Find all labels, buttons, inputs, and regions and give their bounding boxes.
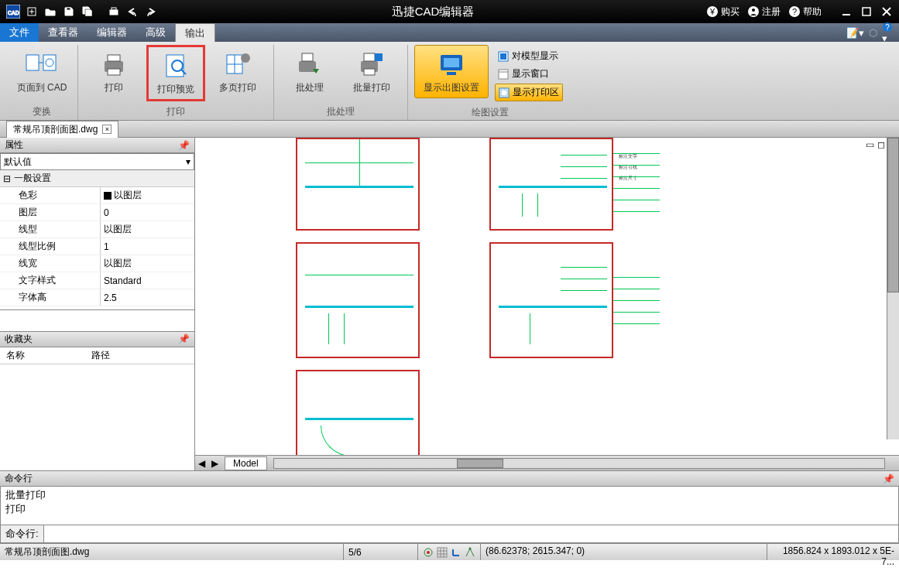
show-model-toggle[interactable]: 对模型显示	[495, 48, 563, 64]
ribbon-group-transform: 页面到 CAD 变换	[6, 45, 78, 120]
horizontal-scrollbar[interactable]	[273, 458, 885, 469]
help-button[interactable]: ?帮助	[788, 5, 822, 19]
favorites-header: 收藏夹 📌	[0, 332, 194, 347]
app-icon[interactable]: CAD	[5, 3, 22, 20]
svg-rect-38	[375, 53, 383, 61]
command-input[interactable]	[44, 525, 898, 542]
tab-scroll-left-icon[interactable]: ◀	[195, 458, 208, 469]
pin-icon[interactable]: 📌	[178, 140, 190, 151]
property-row[interactable]: 线型以图层	[0, 221, 194, 238]
menu-output[interactable]: 输出	[175, 23, 215, 42]
svg-rect-40	[444, 58, 459, 67]
osnap-icon[interactable]	[465, 547, 475, 558]
pin-icon[interactable]: 📌	[178, 333, 190, 344]
tab-scroll-right-icon[interactable]: ▶	[208, 458, 221, 469]
favorites-col-path[interactable]: 路径	[85, 347, 116, 364]
ortho-icon[interactable]	[451, 547, 462, 558]
new-icon[interactable]	[23, 3, 40, 20]
svg-rect-26	[166, 55, 184, 77]
show-print-area-toggle[interactable]: 显示打印区	[495, 84, 563, 101]
svg-rect-25	[108, 69, 120, 75]
favorites-col-name[interactable]: 名称	[0, 347, 85, 364]
register-button[interactable]: 注册	[747, 5, 781, 19]
print-button[interactable]: 打印	[84, 45, 143, 98]
svg-rect-24	[108, 55, 120, 61]
property-category[interactable]: ⊟一般设置	[0, 170, 194, 187]
batch-button[interactable]: 批处理	[280, 45, 339, 98]
svg-rect-21	[43, 55, 56, 70]
open-icon[interactable]	[42, 3, 59, 20]
close-button[interactable]	[879, 4, 894, 19]
favorites-columns: 名称 路径	[0, 347, 194, 364]
vertical-scrollbar[interactable]	[887, 138, 899, 439]
maximize-button[interactable]	[859, 4, 874, 19]
print-preview-button[interactable]: 打印预览	[146, 45, 205, 101]
batch-print-icon	[353, 49, 390, 80]
page-to-cad-button[interactable]: 页面到 CAD	[12, 45, 71, 98]
undo-icon[interactable]	[124, 3, 141, 20]
svg-text:?: ?	[885, 23, 890, 32]
save-all-icon[interactable]	[79, 3, 96, 20]
drawing-canvas[interactable]: ▭ ◻ ✕ 标注文字 标注引线 标注尺寸	[195, 138, 899, 455]
chevron-down-icon: ▾	[186, 156, 190, 167]
ribbon-help-icon[interactable]: ?▾	[882, 22, 893, 44]
command-log: 批量打印 打印	[0, 487, 899, 525]
ribbon-group-plot: 显示出图设置 对模型显示 显示窗口 显示打印区 绘图设置	[408, 45, 572, 120]
redo-icon[interactable]	[142, 3, 160, 20]
status-toggle-icons	[418, 544, 481, 560]
menu-file[interactable]: 文件	[0, 23, 39, 42]
svg-rect-5	[67, 8, 70, 10]
drawing-tile: 标注文字 标注引线 标注尺寸	[489, 138, 613, 231]
svg-rect-41	[447, 72, 456, 75]
svg-text:?: ?	[792, 7, 797, 16]
status-file: 常规吊顶剖面图.dwg	[0, 544, 344, 560]
svg-point-55	[469, 547, 472, 549]
canvas-min-icon[interactable]: ▭	[866, 139, 874, 150]
drawing-tile	[296, 242, 420, 358]
property-description	[0, 310, 194, 332]
file-tab[interactable]: 常规吊顶剖面图.dwg ×	[6, 121, 118, 138]
ribbon-options-icon[interactable]: 📝▾	[846, 27, 864, 39]
property-row[interactable]: 色彩以图层	[0, 187, 194, 204]
svg-rect-44	[499, 70, 508, 79]
ribbon-group-batch: 批处理 批量打印 批处理	[274, 45, 408, 120]
property-filter-dropdown[interactable]: 默认值 ▾	[0, 153, 194, 170]
property-row[interactable]: 字体高2.5	[0, 289, 194, 306]
print-icon[interactable]	[105, 3, 122, 20]
properties-table: ⊟一般设置 色彩以图层图层0线型以图层线型比例1线宽以图层文字样式Standar…	[0, 170, 194, 310]
menu-viewer[interactable]: 查看器	[39, 23, 87, 42]
property-row[interactable]: 图层0	[0, 204, 194, 221]
pin-icon[interactable]: 📌	[883, 473, 894, 484]
show-plot-settings-button[interactable]: 显示出图设置	[414, 45, 489, 98]
svg-point-11	[752, 9, 755, 12]
svg-rect-34	[302, 53, 313, 61]
close-tab-icon[interactable]: ×	[102, 125, 112, 134]
ribbon-min-icon[interactable]: ⬡	[869, 27, 877, 39]
minimize-button[interactable]	[839, 4, 854, 19]
quick-access-toolbar: CAD	[5, 3, 160, 20]
left-panel: 属性 📌 默认值 ▾ ⊟一般设置 色彩以图层图层0线型以图层线型比例1线宽以图层…	[0, 138, 195, 470]
model-tab[interactable]: Model	[225, 456, 267, 470]
menu-editor[interactable]: 编辑器	[87, 23, 136, 42]
grid-icon[interactable]	[437, 547, 448, 558]
batch-print-button[interactable]: 批量打印	[342, 45, 401, 98]
canvas-max-icon[interactable]: ◻	[877, 139, 885, 150]
multi-print-button[interactable]: 多页打印	[208, 45, 267, 98]
save-icon[interactable]	[60, 3, 77, 20]
property-row[interactable]: 线型比例1	[0, 238, 194, 255]
property-row[interactable]: 线宽以图层	[0, 255, 194, 272]
show-window-toggle[interactable]: 显示窗口	[495, 66, 563, 82]
buy-button[interactable]: ¥购买	[706, 5, 739, 19]
svg-rect-15	[863, 8, 870, 15]
svg-text:CAD: CAD	[8, 10, 19, 15]
file-tab-bar: 常规吊顶剖面图.dwg ×	[0, 121, 899, 138]
property-row[interactable]: 文字样式Standard	[0, 272, 194, 289]
svg-rect-33	[299, 61, 316, 72]
drawing-tile	[296, 138, 420, 231]
snap-icon[interactable]	[423, 547, 434, 558]
status-bar: 常规吊顶剖面图.dwg 5/6 (86.62378; 2615.347; 0) …	[0, 543, 899, 560]
status-zoom: 1856.824 x 1893.012 x 5E-7...	[767, 544, 899, 560]
favorites-panel: 收藏夹 📌 名称 路径	[0, 332, 194, 471]
menu-advanced[interactable]: 高级	[136, 23, 175, 42]
menu-bar: 文件 查看器 编辑器 高级 输出 📝▾ ⬡ ?▾	[0, 23, 899, 42]
